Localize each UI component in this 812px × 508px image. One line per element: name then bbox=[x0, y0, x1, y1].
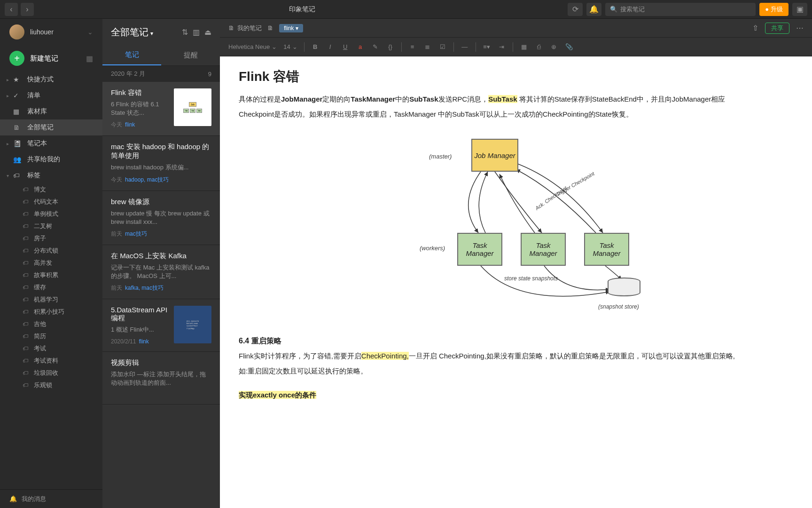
breadcrumb-notebook[interactable]: 🗎我的笔记 bbox=[228, 24, 262, 32]
font-select[interactable]: Helvetica Neue ⌄ bbox=[228, 43, 277, 50]
export-icon[interactable]: ⇧ bbox=[752, 24, 758, 32]
username: liuhouer bbox=[30, 28, 54, 36]
note-card[interactable]: mac 安装 hadoop 和 hadoop 的简单使用brew install… bbox=[102, 136, 220, 190]
share-button[interactable]: 共享 bbox=[765, 23, 789, 34]
tag-icon: 🏷 bbox=[13, 172, 23, 179]
tag-item[interactable]: 🏷考试 bbox=[0, 342, 102, 355]
tag-item[interactable]: 🏷机器学习 bbox=[0, 294, 102, 306]
italic-icon[interactable]: I bbox=[326, 43, 335, 50]
search-icon: 🔍 bbox=[610, 6, 617, 13]
titlebar: ‹ › 印象笔记 ⟳ 🔔 🔍 搜索笔记 ●升级 ▣ bbox=[0, 0, 812, 19]
grid-view-icon[interactable]: ▦ bbox=[86, 54, 93, 63]
align-icon[interactable]: ≡▾ bbox=[483, 43, 491, 50]
tag-icon: 🏷 bbox=[23, 211, 30, 217]
ul-icon[interactable]: ≡ bbox=[408, 43, 417, 50]
tag-icon: 🏷 bbox=[23, 272, 30, 278]
forward-button[interactable]: › bbox=[21, 3, 34, 16]
tag-item[interactable]: 🏷二叉树 bbox=[0, 220, 102, 232]
table-icon[interactable]: ▦ bbox=[520, 43, 528, 50]
tag-chip[interactable]: flink ▾ bbox=[279, 24, 303, 32]
bell-icon: 🔔 bbox=[9, 495, 17, 502]
diagram-task-manager: Task Manager bbox=[457, 233, 502, 266]
messages-row[interactable]: 🔔 我的消息 bbox=[0, 489, 102, 508]
tag-item[interactable]: 🏷乐观锁 bbox=[0, 379, 102, 391]
note-thumbnail: env.executeDataStreamsocketTextflatMap bbox=[174, 306, 211, 343]
shared-icon: 👥 bbox=[13, 156, 23, 163]
code-icon[interactable]: {} bbox=[386, 43, 395, 50]
sidebar-item-library[interactable]: ▦素材库 bbox=[0, 103, 102, 119]
upgrade-button[interactable]: ●升级 bbox=[759, 3, 789, 16]
diagram-snapshot-store bbox=[608, 278, 640, 301]
tag-icon: 🏷 bbox=[23, 247, 30, 254]
sidebar-item-notebooks[interactable]: ▸📓笔记本 bbox=[0, 135, 102, 151]
tag-item[interactable]: 🏷简历 bbox=[0, 330, 102, 342]
tag-icon: 🏷 bbox=[23, 260, 30, 266]
tag-item[interactable]: 🏷高并发 bbox=[0, 257, 102, 269]
bold-icon[interactable]: B bbox=[311, 43, 320, 50]
date-header: 2020 年 2 月 9 bbox=[102, 66, 220, 82]
underline-icon[interactable]: U bbox=[341, 43, 350, 50]
sidebar-item-checklist[interactable]: ▸✓清单 bbox=[0, 87, 102, 103]
sidebar-item-shortcuts[interactable]: ▸★快捷方式 bbox=[0, 71, 102, 87]
tag-item[interactable]: 🏷垃圾回收 bbox=[0, 367, 102, 379]
note-card[interactable]: Flink 容错6 Flink 的容错 6.1 State 状态...今天fli… bbox=[102, 82, 220, 136]
tag-item[interactable]: 🏷分布式锁 bbox=[0, 245, 102, 257]
note-card[interactable]: 在 MacOS 上安装 Kafka记录一下在 Mac 上安装和测试 kafka … bbox=[102, 245, 220, 299]
search-input[interactable]: 🔍 搜索笔记 bbox=[605, 3, 756, 16]
tag-item[interactable]: 🏷博文 bbox=[0, 183, 102, 196]
avatar bbox=[9, 24, 24, 40]
sidebar-item-allnotes[interactable]: 🗎全部笔记 bbox=[0, 119, 102, 135]
notelist-title[interactable]: 全部笔记▾ bbox=[111, 26, 153, 39]
new-note-label: 新建笔记 bbox=[30, 54, 58, 63]
sidebar-item-shared[interactable]: 👥共享给我的 bbox=[0, 151, 102, 167]
link-icon[interactable]: ⊕ bbox=[550, 43, 558, 50]
sync-icon[interactable]: ⟳ bbox=[568, 3, 583, 16]
sidebar: liuhouer ⌄ + 新建笔记 ▦ ▸★快捷方式 ▸✓清单 ▦素材库 🗎全部… bbox=[0, 19, 102, 508]
sort-icon[interactable]: ⇅ bbox=[182, 28, 188, 37]
notification-icon[interactable]: 🔔 bbox=[586, 3, 601, 16]
star-icon: ★ bbox=[13, 76, 23, 83]
user-row[interactable]: liuhouer ⌄ bbox=[0, 19, 102, 45]
ol-icon[interactable]: ≣ bbox=[423, 43, 432, 50]
color-icon[interactable]: a bbox=[356, 43, 365, 50]
tag-icon: 🏷 bbox=[23, 223, 30, 230]
tag-item[interactable]: 🏷缓存 bbox=[0, 281, 102, 294]
account-icon[interactable]: ▣ bbox=[792, 3, 807, 16]
tag-item[interactable]: 🏷代码文本 bbox=[0, 196, 102, 208]
template-icon[interactable]: ⎙ bbox=[535, 43, 543, 50]
indent-icon[interactable]: ⇥ bbox=[498, 43, 506, 50]
note-content[interactable]: Flink 容错 具体的过程是JobManager定期的向TaskManager… bbox=[220, 56, 812, 508]
sidebar-item-tags[interactable]: ▾🏷标签 bbox=[0, 167, 102, 183]
diagram: (master) Job Manager Trigger Checkpoint … bbox=[387, 134, 645, 322]
back-button[interactable]: ‹ bbox=[5, 3, 18, 16]
tag-item[interactable]: 🏷故事积累 bbox=[0, 269, 102, 281]
tag-item[interactable]: 🏷考试资料 bbox=[0, 355, 102, 367]
note-card[interactable]: 视频剪辑添加水印 —标注 添加开头结尾，拖动动画到轨道的前面... bbox=[102, 352, 220, 405]
checklist-icon[interactable]: ☑ bbox=[438, 43, 447, 50]
layout-icon[interactable]: ▥ bbox=[193, 28, 200, 37]
tag-item[interactable]: 🏷吉他 bbox=[0, 318, 102, 330]
tab-reminders[interactable]: 提醒 bbox=[161, 45, 220, 65]
size-select[interactable]: 14 ⌄ bbox=[283, 43, 297, 50]
tag-icon: 🏷 bbox=[23, 321, 30, 327]
new-note-button[interactable]: + bbox=[9, 51, 24, 66]
tag-icon: 🏷 bbox=[23, 186, 30, 193]
note-card[interactable]: brew 镜像源brew update 慢 每次 brew update 或 b… bbox=[102, 191, 220, 245]
tag-icon: 🏷 bbox=[23, 370, 30, 376]
tag-item[interactable]: 🏷单例模式 bbox=[0, 208, 102, 220]
note-title[interactable]: Flink 容错 bbox=[239, 68, 793, 86]
library-icon: ▦ bbox=[13, 108, 23, 115]
tab-notes[interactable]: 笔记 bbox=[102, 45, 161, 65]
hr-icon[interactable]: — bbox=[461, 43, 469, 50]
tag-icon: 🏷 bbox=[23, 284, 30, 291]
tag-icon: 🏷 bbox=[23, 296, 30, 303]
more-icon[interactable]: ⋯ bbox=[796, 24, 804, 32]
highlight-icon[interactable]: ✎ bbox=[371, 43, 380, 50]
tag-item[interactable]: 🏷房子 bbox=[0, 232, 102, 245]
diagram-task-manager: Task Manager bbox=[584, 233, 629, 266]
tag-item[interactable]: 🏷积累小技巧 bbox=[0, 306, 102, 318]
diagram-job-manager: Job Manager bbox=[471, 139, 518, 172]
filter-icon[interactable]: ⏏ bbox=[204, 28, 211, 37]
attach-icon[interactable]: 📎 bbox=[565, 43, 573, 50]
note-card[interactable]: 5.DataStream API 编程1 概述 Flink中...2020/2/… bbox=[102, 299, 220, 351]
